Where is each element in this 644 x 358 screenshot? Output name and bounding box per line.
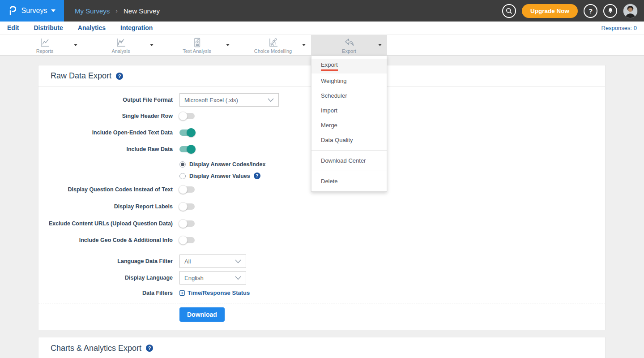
export-dropdown-menu: Export Weighting Scheduler Import Merge … [311, 56, 387, 192]
breadcrumb-current-survey: New Survey [124, 7, 160, 15]
toolbar-analysis-label: Analysis [112, 48, 130, 54]
breadcrumb-my-surveys[interactable]: My Surveys [75, 7, 110, 15]
analytics-toolbar: Reports Analysis Text Analysis [0, 35, 644, 56]
language-filter-select[interactable]: All [179, 254, 246, 268]
answer-codes-radio[interactable] [179, 161, 186, 168]
plus-square-icon [179, 290, 185, 296]
chevron-down-icon [235, 276, 241, 280]
breadcrumb: My Surveys › New Survey [75, 7, 160, 15]
display-language-row: Display Language English [38, 271, 605, 285]
download-button[interactable]: Download [179, 307, 225, 322]
top-bar: Surveys My Surveys › New Survey Upgrade … [0, 0, 644, 22]
answer-values-help-icon[interactable]: ? [254, 173, 260, 179]
toolbar-analysis-button[interactable]: Analysis [83, 35, 159, 56]
display-language-select[interactable]: English [179, 271, 246, 285]
single-header-row-label: Single Header Row [38, 113, 173, 119]
survey-nav: Edit Distribute Analytics Integration Re… [0, 22, 644, 35]
answer-codes-radio-label: Display Answer Codes/Index [189, 161, 265, 168]
toolbar-choice-modelling-button[interactable]: Choice Modelling [235, 35, 311, 56]
user-avatar[interactable] [623, 4, 638, 18]
responses-count: Responses: 0 [601, 25, 637, 31]
include-raw-data-toggle[interactable] [179, 146, 195, 152]
breadcrumb-separator: › [115, 7, 118, 14]
toolbar-text-analysis-label: Text Analysis [183, 48, 211, 54]
report-labels-row: Display Report Labels [38, 203, 605, 210]
exclude-urls-label: Exclude Content URLs (Upload Question Da… [38, 220, 173, 227]
tab-integration[interactable]: Integration [120, 24, 153, 32]
exclude-urls-row: Exclude Content URLs (Upload Question Da… [38, 220, 605, 227]
menu-item-weighting[interactable]: Weighting [311, 73, 387, 88]
notifications-button[interactable] [603, 4, 617, 18]
menu-item-export[interactable]: Export [311, 59, 387, 73]
page-title: Raw Data Export [51, 71, 111, 81]
toolbar-reports-button[interactable]: Reports [7, 35, 83, 56]
menu-item-import[interactable]: Import [311, 103, 387, 118]
chevron-down-icon [235, 259, 241, 263]
answer-values-option: Display Answer Values ? [179, 173, 605, 179]
data-filters-row: Data Filters Time/Response Status [38, 289, 605, 296]
charts-analytics-export-header: Charts & Analytics Export ? [38, 337, 605, 358]
output-file-format-label: Output File Format [38, 97, 173, 103]
text-analysis-dropdown-caret[interactable] [226, 44, 230, 46]
menu-item-merge[interactable]: Merge [311, 118, 387, 133]
document-grid-icon [192, 37, 202, 48]
geo-code-toggle[interactable] [179, 237, 195, 243]
menu-item-download-center[interactable]: Download Center [311, 153, 387, 168]
answer-values-radio-label: Display Answer Values [189, 173, 250, 179]
menu-divider [311, 171, 387, 171]
charts-export-help-icon[interactable]: ? [146, 345, 153, 352]
product-switcher[interactable]: Surveys [0, 0, 64, 22]
open-ended-label: Include Open-Ended Text Data [38, 129, 173, 136]
line-chart-icon [39, 37, 51, 48]
include-open-ended-toggle[interactable] [179, 129, 195, 136]
time-response-status-link[interactable]: Time/Response Status [179, 289, 250, 296]
question-codes-label: Display Question Codes instead of Text [38, 186, 173, 193]
toolbar-export-button[interactable]: Export [311, 35, 387, 56]
exclude-urls-toggle[interactable] [179, 220, 195, 227]
choice-modelling-dropdown-caret[interactable] [302, 44, 306, 46]
question-codes-toggle[interactable] [179, 186, 195, 193]
menu-item-scheduler[interactable]: Scheduler [311, 88, 387, 103]
tab-edit[interactable]: Edit [7, 24, 19, 32]
language-filter-row: Language Data Filter All [38, 254, 605, 268]
toolbar-text-analysis-button[interactable]: Text Analysis [159, 35, 235, 56]
output-file-format-select[interactable]: Microsoft Excel (.xls) [179, 93, 279, 107]
answer-codes-option: Display Answer Codes/Index [179, 161, 605, 168]
report-labels-toggle[interactable] [179, 203, 195, 210]
upgrade-now-button[interactable]: Upgrade Now [522, 4, 578, 18]
toolbar-export-label: Export [342, 48, 356, 54]
language-filter-label: Language Data Filter [38, 258, 173, 264]
avatar-image [623, 4, 637, 18]
help-button[interactable]: ? [584, 4, 597, 18]
raw-data-export-help-icon[interactable]: ? [116, 73, 123, 80]
product-name: Surveys [21, 7, 47, 15]
charts-export-title: Charts & Analytics Export [51, 344, 141, 353]
analysis-dropdown-caret[interactable] [150, 44, 154, 46]
form-divider [38, 303, 605, 303]
tab-distribute[interactable]: Distribute [34, 24, 63, 32]
reports-dropdown-caret[interactable] [74, 44, 77, 46]
scatter-chart-icon [267, 37, 279, 48]
charts-analytics-export-card: Charts & Analytics Export ? [38, 337, 606, 358]
data-filters-label: Data Filters [38, 290, 173, 296]
geo-code-label: Include Geo Code & Additional Info [38, 237, 173, 243]
geo-code-row: Include Geo Code & Additional Info [38, 237, 605, 243]
search-icon [505, 7, 513, 15]
chevron-down-icon [268, 98, 274, 102]
export-dropdown-caret[interactable] [378, 44, 382, 46]
toolbar-choice-modelling-label: Choice Modelling [254, 48, 292, 54]
raw-data-label: Include Raw Data [38, 146, 173, 152]
question-mark-icon: ? [589, 7, 593, 15]
answer-values-radio[interactable] [179, 173, 186, 179]
menu-divider [311, 150, 387, 151]
single-header-row-toggle[interactable] [179, 113, 195, 119]
display-language-label: Display Language [38, 275, 173, 281]
tab-analytics[interactable]: Analytics [78, 24, 106, 32]
menu-item-delete[interactable]: Delete [311, 174, 387, 189]
share-arrow-icon [343, 37, 355, 48]
chevron-down-icon [51, 9, 55, 12]
search-button[interactable] [502, 4, 516, 18]
topbar-actions: Upgrade Now ? [502, 4, 644, 18]
multi-line-chart-icon [115, 37, 127, 48]
menu-item-data-quality[interactable]: Data Quality [311, 133, 387, 147]
